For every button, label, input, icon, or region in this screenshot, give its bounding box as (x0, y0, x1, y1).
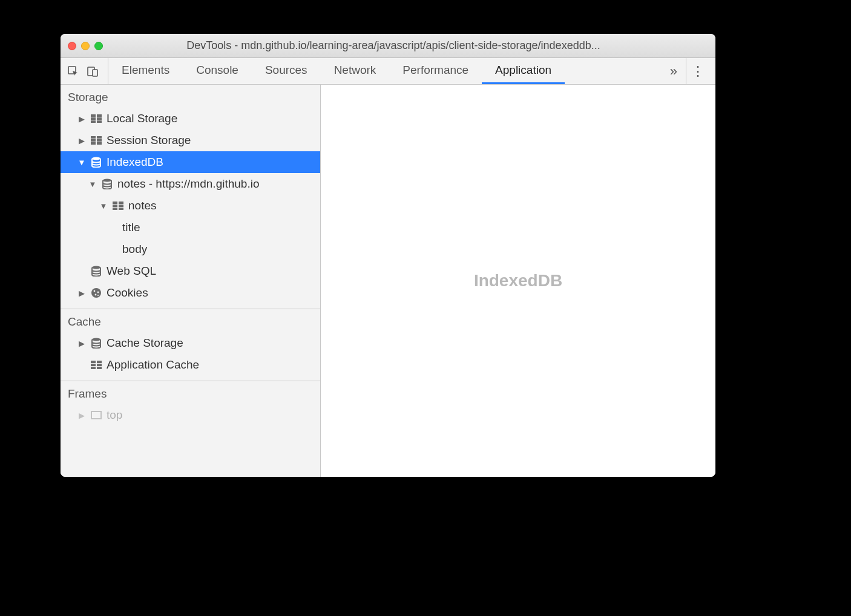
tab-sources[interactable]: Sources (252, 58, 321, 84)
sidebar-item-label: Session Storage (107, 134, 191, 147)
storage-header: Storage (61, 85, 320, 108)
svg-point-23 (92, 266, 100, 269)
device-toolbar-icon[interactable] (86, 65, 99, 78)
sidebar-item-object-store[interactable]: ▼ notes (61, 195, 320, 217)
sidebar-item-session-storage[interactable]: ▶ Session Storage (61, 129, 320, 151)
close-window-button[interactable] (68, 42, 76, 50)
svg-rect-34 (91, 367, 96, 369)
svg-rect-31 (97, 361, 102, 363)
table-icon (90, 112, 103, 125)
svg-rect-19 (113, 205, 117, 207)
sidebar-item-label: Web SQL (107, 264, 156, 278)
svg-rect-11 (91, 139, 96, 142)
sidebar-item-label: Local Storage (107, 112, 177, 125)
svg-point-28 (97, 295, 99, 296)
frames-header: Frames (61, 381, 320, 404)
chevron-down-icon: ▼ (99, 202, 108, 211)
sidebar-item-local-storage[interactable]: ▶ Local Storage (61, 108, 320, 129)
svg-rect-20 (119, 205, 123, 207)
sidebar-item-label: body (122, 243, 147, 256)
table-icon (111, 199, 125, 212)
tabs-overflow-button[interactable]: » (662, 64, 686, 79)
sidebar-item-label: top (107, 408, 122, 422)
chevron-right-icon: ▶ (77, 136, 86, 145)
tab-console[interactable]: Console (183, 58, 252, 84)
titlebar: DevTools - mdn.github.io/learning-area/j… (61, 34, 715, 58)
database-icon (90, 336, 103, 350)
application-sidebar: Storage ▶ Local Storage ▶ Session Storag… (61, 85, 321, 477)
sidebar-item-index-title[interactable]: title (61, 217, 320, 238)
sidebar-item-label: IndexedDB (107, 156, 163, 169)
sidebar-item-indexeddb[interactable]: ▼ IndexedDB (61, 151, 320, 173)
cookie-icon (90, 286, 103, 300)
chevron-right-icon: ▶ (77, 411, 86, 420)
svg-rect-6 (97, 117, 102, 120)
svg-rect-32 (91, 364, 96, 366)
tab-network[interactable]: Network (321, 58, 390, 84)
settings-menu-button[interactable]: ⋮ (686, 58, 709, 84)
svg-point-29 (92, 338, 100, 341)
svg-point-25 (94, 290, 96, 292)
sidebar-item-cache-storage[interactable]: ▶ Cache Storage (61, 332, 320, 354)
window-title: DevTools - mdn.github.io/learning-area/j… (109, 39, 708, 52)
sidebar-item-indexeddb-database[interactable]: ▼ notes - https://mdn.github.io (61, 173, 320, 195)
main-panel: IndexedDB (321, 85, 715, 477)
chevron-right-icon: ▶ (77, 289, 86, 298)
svg-rect-33 (97, 364, 102, 366)
svg-point-16 (103, 179, 111, 182)
sidebar-item-label: Cache Storage (107, 336, 183, 350)
sidebar-item-label: Cookies (107, 286, 148, 300)
devtools-toolbar: Elements Console Sources Network Perform… (61, 58, 715, 85)
database-icon (100, 177, 114, 191)
database-icon (90, 156, 103, 169)
svg-rect-35 (97, 367, 102, 369)
zoom-window-button[interactable] (94, 42, 103, 50)
devtools-window: DevTools - mdn.github.io/learning-area/j… (61, 34, 715, 477)
svg-rect-7 (91, 120, 96, 123)
sidebar-item-label: notes (128, 199, 156, 212)
svg-rect-14 (97, 142, 102, 145)
chevron-down-icon: ▼ (88, 180, 97, 189)
svg-rect-4 (97, 114, 102, 117)
svg-rect-12 (97, 139, 102, 142)
svg-rect-13 (91, 142, 96, 145)
svg-point-27 (95, 294, 97, 296)
frame-icon (90, 408, 103, 422)
svg-rect-17 (113, 202, 117, 204)
tab-elements[interactable]: Elements (108, 58, 183, 84)
chevron-right-icon: ▶ (77, 114, 86, 123)
sidebar-item-cookies[interactable]: ▶ Cookies (61, 282, 320, 304)
tab-application[interactable]: Application (482, 58, 565, 84)
cache-header: Cache (61, 309, 320, 332)
svg-rect-5 (91, 117, 96, 120)
tab-performance[interactable]: Performance (389, 58, 482, 84)
chevron-down-icon: ▼ (77, 158, 86, 167)
sidebar-item-label: Application Cache (107, 358, 199, 372)
frames-section: Frames ▶ top (61, 381, 320, 431)
svg-rect-30 (91, 361, 96, 363)
svg-rect-2 (93, 70, 97, 76)
toolbar-icons (67, 58, 108, 84)
minimize-window-button[interactable] (81, 42, 90, 50)
chevron-right-icon: ▶ (77, 339, 86, 348)
table-icon (90, 358, 103, 372)
sidebar-item-web-sql[interactable]: ▶ Web SQL (61, 260, 320, 282)
sidebar-item-index-body[interactable]: body (61, 238, 320, 260)
main-placeholder: IndexedDB (474, 271, 562, 290)
svg-rect-21 (113, 208, 117, 210)
table-icon (90, 134, 103, 147)
svg-rect-36 (91, 411, 101, 419)
svg-rect-3 (91, 114, 96, 117)
sidebar-item-frame-top[interactable]: ▶ top (61, 404, 320, 426)
svg-rect-8 (97, 120, 102, 123)
svg-rect-18 (119, 202, 123, 204)
cache-section: Cache ▶ Cache Storage ▶ Application Cach… (61, 309, 320, 381)
sidebar-item-application-cache[interactable]: ▶ Application Cache (61, 354, 320, 376)
inspect-element-icon[interactable] (67, 65, 80, 78)
sidebar-item-label: notes - https://mdn.github.io (117, 177, 259, 191)
sidebar-item-label: title (122, 221, 140, 234)
window-controls (68, 42, 103, 50)
database-icon (90, 264, 103, 278)
svg-rect-10 (97, 136, 102, 139)
panel-body: Storage ▶ Local Storage ▶ Session Storag… (61, 85, 715, 477)
